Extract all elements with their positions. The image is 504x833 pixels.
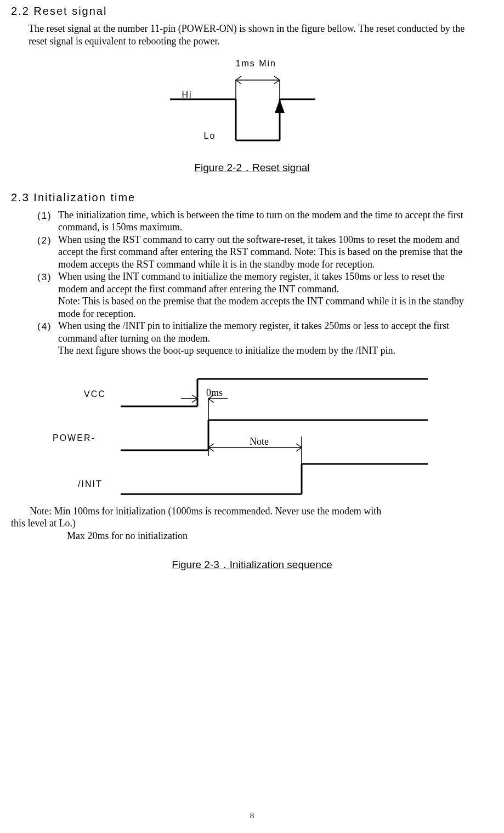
list-item: (2) When using the RST command to carry …: [37, 234, 475, 271]
figure-2-2-lo-label: Lo: [204, 131, 216, 141]
figure-2-2-caption: Figure 2-2．Reset signal: [11, 161, 493, 174]
figure-2-3-caption: Figure 2-3．Initialization sequence: [11, 558, 493, 571]
section-2-3-heading: 2.3 Initialization time: [11, 191, 493, 205]
page-number: 8: [0, 811, 504, 821]
note-line-1a: Note: Min 100ms for initialization (1000…: [30, 505, 493, 518]
figure-2-3: VCC POWER- /INIT 0ms Note: [11, 373, 493, 500]
section-2-2-heading: 2.2 Reset signal: [11, 4, 493, 18]
figure-2-2: 1ms Min Hi Lo Figure 2-2．Rese: [11, 58, 493, 174]
list-item-number: (1): [37, 209, 58, 234]
list-item-text: When using the RST command to carry out …: [58, 234, 475, 271]
figure-2-2-hi-label: Hi: [182, 89, 192, 100]
section-2-2-paragraph: The reset signal at the number 11-pin (P…: [29, 22, 475, 47]
figure-2-3-note-block: Note: Min 100ms for initialization (1000…: [11, 505, 493, 542]
list-item-number: (2): [37, 234, 58, 271]
list-item-text: When using the /INIT pin to initialize t…: [58, 320, 475, 357]
list-item: (4) When using the /INIT pin to initiali…: [37, 320, 475, 357]
list-item: (3) When using the INT command to initia…: [37, 270, 475, 320]
list-item-number: (3): [37, 270, 58, 320]
list-item: (1) The initialization time, which is be…: [37, 209, 475, 234]
list-item-text: The initialization time, which is betwee…: [58, 209, 475, 234]
list-item-number: (4): [37, 320, 58, 357]
svg-marker-8: [275, 99, 285, 113]
note-line-2: Max 20ms for no initialization: [67, 530, 493, 542]
list-item-text: When using the INT command to initialize…: [58, 270, 475, 320]
note-line-1b: this level at Lo.): [11, 517, 493, 530]
